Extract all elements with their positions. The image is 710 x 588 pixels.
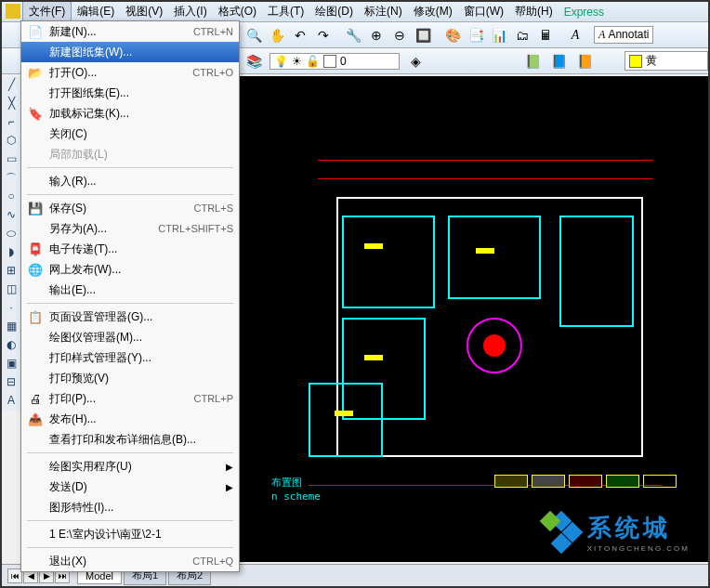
layer-iso-icon[interactable]: 📘: [548, 51, 569, 72]
zoom-in-icon[interactable]: ⊕: [366, 25, 387, 46]
symbol: [483, 334, 506, 357]
menu-item-icon: [27, 371, 44, 385]
zoom-out-icon[interactable]: ⊖: [389, 25, 410, 46]
menu-item[interactable]: 另存为(A)...CTRL+SHIFT+S: [21, 218, 239, 239]
menu-item[interactable]: 查看打印和发布详细信息(B)...: [21, 429, 239, 450]
zoom-icon[interactable]: 🔍: [243, 25, 264, 46]
menu-item-icon: [27, 350, 44, 365]
menu-item[interactable]: 新建图纸集(W)...: [21, 42, 239, 62]
ellipse-tool-icon[interactable]: ⬭: [4, 227, 19, 242]
menu-edit[interactable]: 编辑(E): [72, 2, 120, 21]
menu-item-label: 1 E:\室内设计\南亚\2-1: [49, 527, 233, 542]
menu-item[interactable]: 发送(D)▶: [21, 477, 239, 497]
menu-item-icon: [27, 282, 44, 297]
menu-item-shortcut: CTRL+S: [194, 203, 234, 214]
point-tool-icon[interactable]: ·: [4, 301, 19, 316]
menu-item-label: 发送(D): [49, 479, 233, 495]
layer-dropdown[interactable]: 💡 ☀ 🔓 0: [270, 53, 400, 70]
menu-item-label: 打印预览(V): [49, 371, 233, 386]
menu-item-label: 网上发布(W)...: [49, 262, 233, 278]
palette-icon[interactable]: 🎨: [442, 25, 463, 46]
menu-item-icon: [27, 85, 44, 100]
menu-item[interactable]: 输出(E)...: [21, 280, 239, 300]
menu-item[interactable]: 打印样式管理器(Y)...: [21, 347, 239, 368]
xline-tool-icon[interactable]: ╳: [4, 97, 19, 111]
menu-item-icon: 💾: [27, 201, 44, 216]
menu-item-icon: 📄: [27, 24, 44, 39]
menu-item-label: 输入(R)...: [49, 174, 233, 189]
menu-draw[interactable]: 绘图(D): [309, 2, 359, 21]
fixture: [476, 248, 494, 254]
menu-separator: [27, 520, 233, 521]
hatch-tool-icon[interactable]: ▦: [4, 320, 19, 334]
layer-walk-icon[interactable]: 📙: [574, 51, 595, 72]
spline-tool-icon[interactable]: ∿: [4, 208, 19, 223]
polyline-tool-icon[interactable]: ⌐: [4, 115, 19, 130]
menu-item[interactable]: 1 E:\室内设计\南亚\2-1: [21, 524, 239, 544]
redo-icon[interactable]: ↷: [313, 25, 334, 46]
region-tool-icon[interactable]: ▣: [4, 357, 19, 372]
menu-item[interactable]: 📤发布(H)...: [21, 409, 239, 429]
layer-states-icon[interactable]: 📗: [522, 51, 543, 72]
menu-item-label: 局部加载(L): [49, 147, 233, 163]
menu-item[interactable]: 绘图仪管理器(M)...: [21, 327, 239, 347]
layer-prev-icon[interactable]: ◈: [405, 51, 426, 72]
tool-icon[interactable]: 🔧: [343, 25, 363, 46]
menu-dimension[interactable]: 标注(N): [359, 2, 408, 21]
menu-express[interactable]: Express: [559, 4, 610, 20]
circle-tool-icon[interactable]: ○: [4, 189, 19, 204]
menu-item[interactable]: 退出(X)CTRL+Q: [21, 551, 239, 571]
menu-insert[interactable]: 插入(I): [168, 2, 212, 21]
sheet-icon[interactable]: 📑: [466, 25, 486, 46]
calc-icon[interactable]: 🖩: [535, 25, 556, 46]
ellipse-arc-tool-icon[interactable]: ◗: [4, 245, 19, 260]
insert-block-tool-icon[interactable]: ⊞: [4, 264, 19, 279]
layer-manager-icon[interactable]: 📚: [243, 51, 264, 72]
menu-item[interactable]: 📄新建(N)...CTRL+N: [21, 21, 239, 42]
undo-icon[interactable]: ↶: [290, 25, 310, 46]
menu-file[interactable]: 文件(F): [22, 1, 72, 22]
menu-item-icon: 📂: [27, 65, 44, 80]
color-dropdown[interactable]: 黄: [625, 51, 708, 71]
watermark-subtext: XITONGCHENG.COM: [587, 544, 690, 553]
menu-item-label: 保存(S): [49, 201, 194, 216]
polygon-tool-icon[interactable]: ⬡: [4, 134, 19, 149]
menu-item[interactable]: 绘图实用程序(U)▶: [21, 456, 239, 477]
layers-icon[interactable]: 📊: [489, 25, 509, 46]
menu-separator: [27, 167, 233, 168]
make-block-tool-icon[interactable]: ◫: [4, 282, 19, 297]
menu-item[interactable]: 🖨打印(P)...CTRL+P: [21, 388, 239, 409]
annotation-style-dropdown[interactable]: A Annotati: [594, 26, 653, 44]
menu-item[interactable]: 图形特性(I)...: [21, 497, 239, 517]
menu-item-icon: [27, 174, 44, 189]
zoom-window-icon[interactable]: 🔲: [413, 25, 433, 46]
menu-tools[interactable]: 工具(T): [262, 2, 309, 21]
fixture: [364, 355, 383, 360]
props-icon[interactable]: 🗂: [512, 25, 532, 46]
menu-item[interactable]: 🔖加载标记集(K)...: [21, 103, 239, 124]
fixture: [335, 411, 353, 416]
menu-item[interactable]: 🌐网上发布(W)...: [21, 259, 239, 280]
menu-item[interactable]: 关闭(C): [21, 124, 239, 144]
menu-item[interactable]: 📂打开(O)...CTRL+O: [21, 62, 239, 83]
menu-view[interactable]: 视图(V): [120, 2, 168, 21]
mtext-tool-icon[interactable]: A: [4, 394, 19, 409]
menu-item[interactable]: 💾保存(S)CTRL+S: [21, 198, 239, 218]
gradient-tool-icon[interactable]: ◐: [4, 338, 19, 353]
menu-item[interactable]: 打开图纸集(E)...: [21, 83, 239, 103]
menu-format[interactable]: 格式(O): [213, 2, 262, 21]
text-icon[interactable]: A: [565, 25, 585, 46]
pan-icon[interactable]: ✋: [267, 25, 287, 46]
menu-item[interactable]: 打印预览(V): [21, 368, 239, 388]
table-tool-icon[interactable]: ⊟: [4, 375, 19, 390]
menu-item[interactable]: 📮电子传递(T)...: [21, 239, 239, 259]
rectangle-tool-icon[interactable]: ▭: [4, 152, 19, 167]
line-tool-icon[interactable]: ╱: [4, 78, 19, 93]
menu-item[interactable]: 输入(R)...: [21, 171, 239, 191]
arc-tool-icon[interactable]: ⌒: [4, 171, 19, 186]
menu-window[interactable]: 窗口(W): [458, 2, 509, 21]
menu-modify[interactable]: 修改(M): [408, 2, 458, 21]
menu-separator: [27, 303, 233, 304]
menu-help[interactable]: 帮助(H): [509, 2, 559, 21]
menu-item[interactable]: 📋页面设置管理器(G)...: [21, 307, 239, 327]
